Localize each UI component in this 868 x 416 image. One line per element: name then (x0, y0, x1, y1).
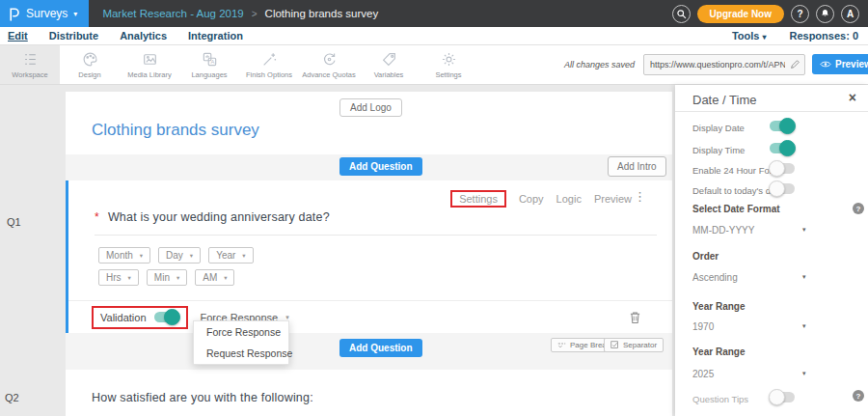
responses-count[interactable]: Responses: 0 (789, 30, 858, 42)
chevron-down-icon: ▾ (762, 33, 766, 42)
nav-tab-integration[interactable]: Integration (188, 30, 243, 42)
year-select[interactable]: Year▾ (208, 247, 253, 263)
survey-url-field-wrap (643, 54, 805, 75)
bell-icon (820, 8, 830, 19)
chevron-down-icon: ▾ (128, 274, 131, 282)
toolbar-item-variables[interactable]: Variables (359, 45, 419, 84)
display-date-row: Display Date (692, 118, 851, 133)
edit-url-button[interactable] (790, 59, 800, 69)
validation-toggle[interactable] (154, 312, 179, 322)
close-icon[interactable]: × (849, 91, 856, 104)
toolbar-item-advance-quotas[interactable]: Advance Quotas (299, 45, 359, 84)
question-text-row[interactable]: *What is your wedding anniversary date? (95, 210, 330, 224)
ampm-select[interactable]: AM▾ (195, 269, 234, 286)
year-range-start-select[interactable]: 1970▾ (692, 321, 851, 332)
panel-divider (675, 111, 868, 112)
question-1-card: Settings Copy Logic Preview ⋮ *What is y… (66, 180, 672, 333)
default-today-toggle[interactable] (770, 183, 795, 194)
minutes-select[interactable]: Min▾ (147, 269, 187, 286)
questionpro-logo-icon (8, 7, 20, 21)
survey-title[interactable]: Clothing brands survey (92, 121, 259, 140)
hours-select[interactable]: Hrs▾ (98, 269, 139, 286)
year-range-end-label: Year Range (692, 347, 745, 357)
toolbar-item-languages[interactable]: A Languages (179, 45, 239, 84)
question-2-text[interactable]: How satisfied are you with the following… (92, 391, 313, 404)
nav-tab-distribute[interactable]: Distribute (49, 30, 98, 42)
validation-label: Validation (100, 312, 147, 323)
help-button[interactable]: ? (791, 5, 809, 23)
trash-icon (629, 311, 641, 324)
finish-options-wand-icon (261, 51, 278, 68)
workspace-icon (22, 51, 39, 68)
add-question-button-bottom[interactable]: Add Question (339, 339, 422, 357)
menu-item-request-response[interactable]: Request Response (194, 343, 288, 364)
question-number-q1: Q1 (7, 216, 21, 228)
order-label: Order (692, 251, 719, 262)
select-date-format-label: Select Date Format (692, 204, 780, 214)
day-select[interactable]: Day▾ (158, 247, 201, 263)
add-logo-button[interactable]: Add Logo (339, 98, 402, 117)
validation-row: Validation Force Response ▾ (68, 300, 672, 333)
question-tips-toggle[interactable] (770, 392, 795, 402)
panel-title: Date / Time (692, 93, 756, 107)
question-settings-button[interactable]: Settings (450, 190, 506, 208)
question-text: What is your wedding anniversary date? (108, 210, 330, 224)
edit-toolbar: Workspace Design Media Library A Languag… (0, 45, 868, 85)
more-options-icon[interactable]: ⋮ (634, 190, 646, 203)
question-number-q2: Q2 (5, 392, 19, 403)
save-status: All changes saved (564, 60, 635, 69)
toolbar-item-media-library[interactable]: Media Library (120, 45, 179, 84)
separator-checkbox-icon (610, 341, 619, 349)
date-format-select[interactable]: MM-DD-YYYY▾ (692, 225, 851, 236)
question-preview-button[interactable]: Preview (594, 193, 632, 205)
month-select[interactable]: Month▾ (98, 247, 150, 263)
topbar-actions: Upgrade Now ? A (672, 5, 868, 23)
preview-button[interactable]: Preview (812, 54, 868, 74)
add-question-button-top[interactable]: Add Question (339, 157, 422, 176)
menu-item-force-response[interactable]: Force Response (194, 321, 288, 343)
tools-menu[interactable]: Tools ▾ (732, 30, 767, 42)
delete-question-button[interactable] (629, 311, 641, 324)
search-icon (676, 9, 687, 19)
add-intro-button[interactable]: Add Intro (608, 156, 666, 177)
display-date-toggle[interactable] (770, 121, 795, 131)
media-library-icon (142, 51, 158, 68)
default-today-row: Default to today's date (692, 180, 851, 196)
nav-tab-analytics[interactable]: Analytics (120, 30, 167, 42)
languages-icon: A (202, 51, 218, 68)
year-range-end-select[interactable]: 2025▾ (692, 369, 851, 379)
upgrade-now-button[interactable]: Upgrade Now (697, 5, 784, 23)
toolbar-item-workspace[interactable]: Workspace (0, 45, 60, 84)
enable-24hr-toggle[interactable] (770, 163, 795, 174)
surveys-menu-label: Surveys (26, 7, 68, 20)
help-icon[interactable]: ? (853, 203, 864, 214)
survey-url-input[interactable] (643, 54, 805, 75)
toolbar-item-design[interactable]: Design (60, 45, 120, 84)
account-avatar[interactable]: A (841, 5, 859, 23)
breadcrumb-current: Clothing brands survey (265, 8, 379, 19)
breadcrumb: Market Research - Aug 2019 > Clothing br… (102, 8, 378, 19)
toolbar-item-settings[interactable]: Settings (419, 45, 478, 84)
separator-button[interactable]: Separator (604, 338, 664, 352)
pencil-icon (790, 59, 800, 69)
chevron-down-icon: ▾ (802, 273, 806, 281)
year-range-start-label: Year Range (692, 301, 745, 312)
design-palette-icon (82, 51, 98, 68)
nav-tab-edit[interactable]: Edit (8, 30, 28, 42)
question-divider (95, 235, 657, 236)
toolbar-item-finish-options[interactable]: Finish Options (239, 45, 299, 84)
order-select[interactable]: Ascending▾ (692, 272, 851, 283)
notifications-button[interactable] (816, 5, 834, 23)
force-response-menu: Force Response Request Response (193, 320, 289, 365)
question-logic-button[interactable]: Logic (556, 193, 582, 205)
breadcrumb-parent[interactable]: Market Research - Aug 2019 (102, 8, 243, 19)
question-copy-button[interactable]: Copy (519, 193, 544, 205)
main-nav: Edit Distribute Analytics Integration To… (0, 27, 868, 45)
question-tips-row: Question Tips (692, 389, 851, 404)
display-time-toggle[interactable] (770, 143, 795, 153)
chevron-down-icon: ▾ (802, 370, 806, 377)
surveys-menu[interactable]: Surveys ▾ (0, 0, 89, 27)
help-icon[interactable]: ? (853, 390, 864, 402)
required-asterisk: * (95, 210, 99, 224)
search-button[interactable] (672, 5, 691, 23)
